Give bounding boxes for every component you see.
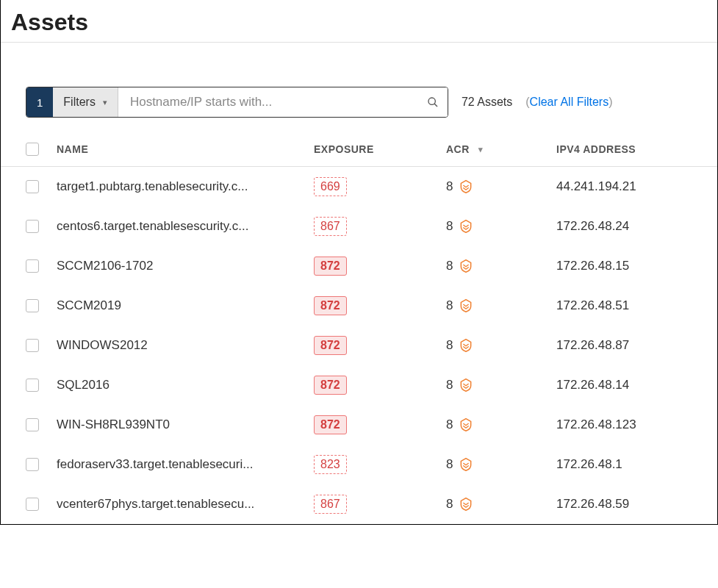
row-checkbox[interactable]: [26, 259, 39, 273]
ipv4-address: 172.26.48.87: [556, 338, 692, 353]
row-checkbox-cell: [26, 180, 57, 193]
controls-row: 1 Filters ▾ 72 Assets (Clear All Filters…: [1, 43, 717, 132]
table-row[interactable]: WIN-SH8RL939NT0 872 8 172.26.48.123: [1, 405, 717, 445]
asset-name[interactable]: fedoraserv33.target.tenablesecuri...: [57, 457, 314, 472]
header-checkbox-cell: [26, 143, 57, 156]
filters-button[interactable]: Filters ▾: [53, 87, 118, 117]
search-input[interactable]: [118, 87, 427, 117]
acr-score-icon: [459, 259, 473, 273]
row-checkbox[interactable]: [26, 418, 39, 431]
active-filter-count: 1: [26, 87, 53, 117]
exposure-badge: 872: [314, 296, 347, 315]
acr-cell: 8: [446, 417, 556, 432]
acr-value: 8: [446, 219, 453, 234]
table-row[interactable]: fedoraserv33.target.tenablesecuri... 823…: [1, 445, 717, 484]
table-row[interactable]: target1.pubtarg.tenablesecurity.c... 669…: [1, 167, 717, 207]
page-title: Assets: [11, 9, 707, 36]
row-checkbox-cell: [26, 299, 57, 312]
acr-score-icon: [459, 298, 473, 313]
clear-filters-wrap: (Clear All Filters): [525, 96, 612, 109]
svg-point-0: [428, 98, 435, 104]
row-checkbox[interactable]: [26, 180, 39, 193]
row-checkbox[interactable]: [26, 458, 39, 471]
acr-score-icon: [459, 219, 473, 234]
row-checkbox-cell: [26, 418, 57, 431]
row-checkbox-cell: [26, 458, 57, 471]
table-header-row: NAME EXPOSURE ACR ▾ IPV4 ADDRESS: [1, 132, 717, 167]
acr-cell: 8: [446, 378, 556, 392]
exposure-cell: 872: [314, 257, 446, 276]
acr-value: 8: [446, 298, 453, 313]
exposure-cell: 872: [314, 376, 446, 395]
header-name[interactable]: NAME: [57, 143, 314, 155]
exposure-badge: 669: [314, 177, 347, 196]
acr-cell: 8: [446, 259, 556, 273]
table-row[interactable]: SQL2016 872 8 172.26.48.14: [1, 365, 717, 405]
acr-cell: 8: [446, 179, 556, 194]
row-checkbox[interactable]: [26, 379, 39, 392]
exposure-cell: 823: [314, 455, 446, 474]
row-checkbox-cell: [26, 339, 57, 352]
acr-value: 8: [446, 378, 453, 392]
search-icon: [427, 96, 439, 108]
row-checkbox[interactable]: [26, 339, 39, 352]
asset-name[interactable]: SQL2016: [57, 378, 314, 392]
exposure-badge: 867: [314, 217, 347, 236]
ipv4-address: 172.26.48.14: [556, 378, 692, 392]
exposure-badge: 872: [314, 336, 347, 355]
header-acr[interactable]: ACR ▾: [446, 143, 556, 155]
page-header: Assets: [1, 0, 717, 43]
table-body: target1.pubtarg.tenablesecurity.c... 669…: [1, 167, 717, 524]
header-acr-label: ACR: [446, 143, 470, 155]
table-row[interactable]: WINDOWS2012 872 8 172.26.48.87: [1, 326, 717, 365]
header-exposure[interactable]: EXPOSURE: [314, 143, 446, 155]
asset-name[interactable]: SCCM2019: [57, 298, 314, 313]
asset-name[interactable]: vcenter67phys.target.tenablesecu...: [57, 497, 314, 512]
exposure-cell: 669: [314, 177, 446, 196]
acr-value: 8: [446, 179, 453, 194]
ipv4-address: 172.26.48.24: [556, 219, 692, 234]
ipv4-address: 172.26.48.15: [556, 259, 692, 273]
exposure-badge: 872: [314, 376, 347, 395]
row-checkbox[interactable]: [26, 498, 39, 511]
row-checkbox-cell: [26, 259, 57, 273]
ipv4-address: 172.26.48.51: [556, 298, 692, 313]
filter-search-group: 1 Filters ▾: [26, 87, 448, 118]
row-checkbox[interactable]: [26, 220, 39, 233]
acr-score-icon: [459, 179, 473, 194]
asset-name[interactable]: WIN-SH8RL939NT0: [57, 417, 314, 432]
asset-name[interactable]: WINDOWS2012: [57, 338, 314, 353]
paren-close: ): [608, 96, 612, 108]
acr-cell: 8: [446, 457, 556, 472]
row-checkbox[interactable]: [26, 299, 39, 312]
acr-score-icon: [459, 417, 473, 432]
asset-name[interactable]: target1.pubtarg.tenablesecurity.c...: [57, 179, 314, 194]
exposure-badge: 872: [314, 257, 347, 276]
table-row[interactable]: SCCM2019 872 8 172.26.48.51: [1, 286, 717, 326]
acr-value: 8: [446, 497, 453, 512]
assets-table: NAME EXPOSURE ACR ▾ IPV4 ADDRESS target1…: [1, 132, 717, 524]
row-checkbox-cell: [26, 498, 57, 511]
table-row[interactable]: centos6.target.tenablesescurity.c... 867…: [1, 207, 717, 246]
table-row[interactable]: vcenter67phys.target.tenablesecu... 867 …: [1, 484, 717, 524]
ipv4-address: 172.26.48.59: [556, 497, 692, 512]
asset-name[interactable]: SCCM2106-1702: [57, 259, 314, 273]
table-row[interactable]: SCCM2106-1702 872 8 172.26.48.15: [1, 246, 717, 286]
clear-all-filters-link[interactable]: Clear All Filters: [530, 96, 609, 108]
row-checkbox-cell: [26, 379, 57, 392]
exposure-badge: 823: [314, 455, 347, 474]
filters-label: Filters: [63, 96, 96, 109]
search-wrap: [118, 87, 448, 117]
acr-value: 8: [446, 338, 453, 353]
exposure-cell: 867: [314, 495, 446, 514]
acr-value: 8: [446, 259, 453, 273]
acr-score-icon: [459, 457, 473, 472]
select-all-checkbox[interactable]: [26, 143, 39, 156]
header-ipv4[interactable]: IPV4 ADDRESS: [556, 143, 692, 155]
asset-name[interactable]: centos6.target.tenablesescurity.c...: [57, 219, 314, 234]
sort-arrow-icon: ▾: [478, 145, 484, 154]
ipv4-address: 44.241.194.21: [556, 179, 692, 194]
exposure-cell: 872: [314, 336, 446, 355]
acr-score-icon: [459, 497, 473, 512]
acr-value: 8: [446, 417, 453, 432]
